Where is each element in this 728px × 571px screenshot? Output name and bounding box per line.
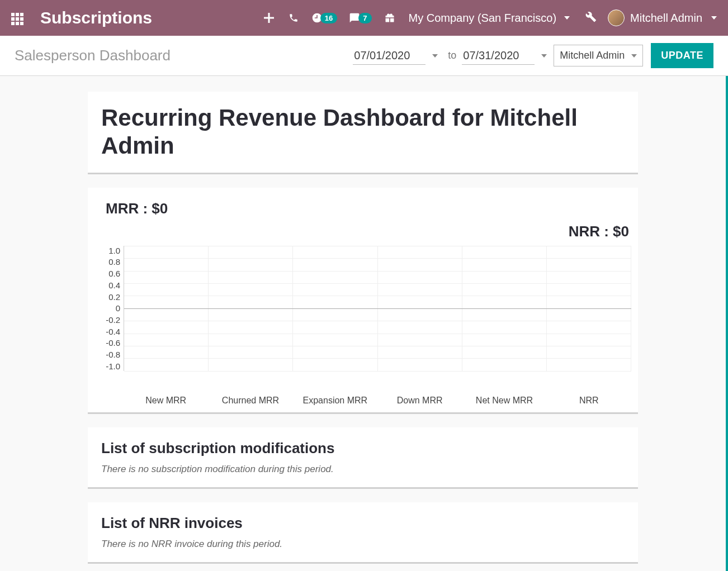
chart-x-tick: Down MRR — [377, 391, 462, 406]
dashboard-heading: Recurring Revenue Dashboard for Mitchell… — [101, 104, 625, 160]
chart-y-tick: 0.8 — [108, 257, 120, 267]
chart-y-tick: 0.6 — [108, 269, 120, 278]
chart-y-tick: -0.6 — [106, 338, 120, 348]
page-scroll[interactable]: Recurring Revenue Dashboard for Mitchell… — [0, 76, 728, 571]
date-start-field[interactable] — [353, 47, 438, 65]
update-button[interactable]: UPDATE — [651, 43, 713, 68]
nrr-invoices-heading: List of NRR invoices — [101, 515, 625, 532]
chevron-down-icon — [631, 54, 637, 58]
nrr-invoices-empty: There is no NRR invoice during this peri… — [101, 539, 625, 550]
user-menu[interactable]: Mitchell Admin — [608, 9, 717, 26]
chevron-down-icon — [564, 16, 570, 20]
chevron-down-icon[interactable] — [432, 54, 438, 58]
activity-icon[interactable]: 16 — [311, 12, 337, 23]
chart-x-tick: Expansion MRR — [293, 391, 377, 406]
chart-x-tick: NRR — [547, 391, 631, 406]
messages-badge: 7 — [358, 13, 371, 23]
dashboard-content: Recurring Revenue Dashboard for Mitchell… — [88, 92, 638, 564]
chevron-down-icon[interactable] — [541, 54, 547, 58]
phone-icon[interactable] — [283, 8, 304, 28]
date-end-input[interactable] — [462, 47, 535, 65]
salesperson-value: Mitchell Admin — [560, 50, 625, 61]
debug-tools-icon[interactable] — [585, 11, 597, 25]
chart-x-tick: New MRR — [124, 391, 208, 406]
chart-y-tick: 0 — [116, 303, 120, 313]
top-navbar: Subscriptions 16 7 My Company (San Franc… — [0, 0, 728, 36]
modifications-heading: List of subscription modifications — [101, 440, 625, 457]
chart-y-axis: 1.00.80.60.40.20-0.2-0.4-0.6-0.8-1.0 — [94, 246, 124, 371]
date-end-field[interactable] — [462, 47, 547, 65]
chart-y-tick: -1.0 — [106, 361, 120, 371]
salesperson-select[interactable]: Mitchell Admin — [554, 45, 643, 66]
messages-icon[interactable]: 7 — [348, 12, 371, 23]
chart-x-tick: Churned MRR — [208, 391, 292, 406]
nrr-invoices-panel: List of NRR invoices There is no NRR inv… — [88, 502, 638, 564]
breadcrumb-title[interactable]: Salesperson Dashboard — [15, 47, 171, 64]
chart-y-tick: 0.4 — [108, 280, 120, 290]
company-label: My Company (San Francisco) — [409, 12, 557, 25]
chart-y-tick: 0.2 — [108, 292, 120, 302]
revenue-chart: 1.00.80.60.40.20-0.2-0.4-0.6-0.8-1.0 — [94, 246, 631, 391]
modifications-panel: List of subscription modifications There… — [88, 427, 638, 489]
gift-icon[interactable] — [380, 8, 400, 28]
svg-rect-1 — [264, 17, 274, 19]
chart-y-tick: -0.8 — [106, 350, 120, 359]
control-bar: Salesperson Dashboard to Mitchell Admin … — [0, 36, 728, 76]
chart-x-tick: Net New MRR — [462, 391, 546, 406]
to-label: to — [448, 50, 456, 61]
chart-x-axis: New MRRChurned MRRExpansion MRRDown MRRN… — [124, 391, 631, 406]
company-switcher[interactable]: My Company (San Francisco) — [409, 12, 570, 25]
plus-icon[interactable] — [259, 8, 279, 28]
chart-plot-area — [124, 246, 631, 371]
avatar — [608, 9, 625, 26]
mrr-value: MRR : $0 — [94, 198, 631, 221]
heading-panel: Recurring Revenue Dashboard for Mitchell… — [88, 92, 638, 174]
user-label: Mitchell Admin — [630, 12, 702, 25]
date-start-input[interactable] — [353, 47, 426, 65]
nrr-value: NRR : $0 — [94, 221, 631, 246]
chart-y-tick: 1.0 — [108, 246, 120, 255]
chart-panel: MRR : $0 NRR : $0 1.00.80.60.40.20-0.2-0… — [88, 188, 638, 414]
activity-badge: 16 — [320, 13, 337, 23]
chart-y-tick: -0.2 — [106, 315, 120, 325]
modifications-empty: There is no subscription modification du… — [101, 464, 625, 475]
apps-icon[interactable] — [11, 13, 25, 23]
chevron-down-icon — [711, 16, 717, 20]
chart-y-tick: -0.4 — [106, 327, 120, 336]
app-title[interactable]: Subscriptions — [40, 8, 152, 27]
